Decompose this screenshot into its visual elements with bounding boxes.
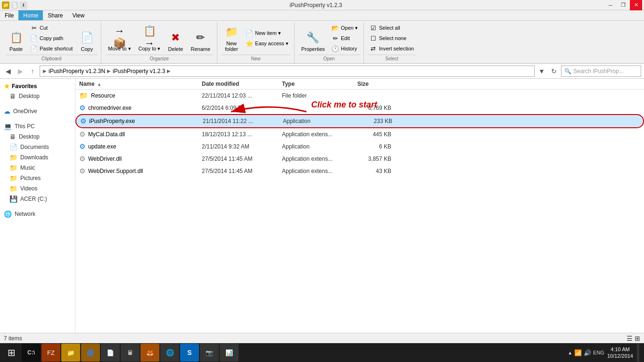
cut-button[interactable]: ✂ Cut — [28, 23, 74, 33]
volume-icon[interactable]: 🔊 — [584, 349, 591, 356]
col-size-header[interactable]: Size — [354, 80, 401, 88]
ipushproperty-date: 21/11/2014 11:22 ... — [199, 117, 279, 125]
forward-button[interactable]: ▶ — [15, 66, 25, 76]
delete-button[interactable]: ✖ Delete — [165, 23, 186, 54]
up-button[interactable]: ↑ — [27, 66, 38, 76]
sidebar-item-pictures[interactable]: 📁 Pictures — [0, 173, 75, 183]
sidebar-item-thispc[interactable]: 💻 This PC — [0, 121, 75, 132]
mycal-size: 445 KB — [354, 130, 401, 139]
taskbar-app11[interactable]: 📊 — [220, 344, 239, 362]
sidebar-item-acer[interactable]: 💾 ACER (C:) — [0, 194, 75, 204]
properties-button[interactable]: 🔧 Properties — [298, 23, 328, 54]
sidebar-item-desktop[interactable]: 🖥 Desktop — [0, 91, 75, 101]
close-button[interactable]: ✕ — [630, 0, 642, 10]
chromedriver-type — [278, 107, 354, 109]
back-button[interactable]: ◀ — [3, 66, 13, 76]
refresh-button[interactable]: ↻ — [549, 66, 559, 76]
taskbar-app4[interactable]: 🌀 — [81, 344, 100, 362]
history-button[interactable]: 🕐 History — [330, 44, 360, 53]
copy-button[interactable]: 📄 Copy — [76, 23, 97, 54]
taskbar-cmd[interactable]: C:\ — [22, 344, 41, 362]
chrome-icon: 🌐 — [166, 349, 174, 356]
sidebar-item-music[interactable]: 📁 Music — [0, 163, 75, 173]
new-folder-button[interactable]: 📁 New folder — [221, 23, 242, 54]
sidebar-item-network[interactable]: 🌐 Network — [0, 209, 75, 219]
copy-path-button[interactable]: 📄 Copy path — [28, 33, 74, 43]
move-to-button[interactable]: →📦 Move to ▾ — [105, 23, 133, 54]
menu-share[interactable]: Share — [43, 10, 67, 20]
restore-button[interactable]: ❐ — [617, 0, 629, 10]
taskbar-app5[interactable]: 📄 — [101, 344, 120, 362]
path-separator-2: ▶ — [167, 68, 171, 74]
path-part-2[interactable]: iPushProperty v1.2.3 — [113, 68, 165, 74]
new-item-icon: 📄 — [246, 29, 253, 37]
taskbar-app10[interactable]: 📷 — [200, 344, 219, 362]
col-date-header[interactable]: Date modified — [198, 80, 278, 88]
file-row-ipushproperty[interactable]: ⚙ iPushProperty.exe 21/11/2014 11:22 ...… — [75, 114, 644, 128]
menu-file[interactable]: File — [0, 10, 18, 20]
taskbar-firefox[interactable]: 🦊 — [140, 344, 159, 362]
file-row-webdriver-support[interactable]: ⚙ WebDriver.Support.dll 27/5/2014 11:45 … — [75, 165, 644, 177]
paste-button[interactable]: 📋 Paste — [6, 23, 26, 54]
sidebar-item-videos[interactable]: 📁 Videos — [0, 183, 75, 194]
copy-to-button[interactable]: 📋→ Copy to ▾ — [136, 23, 164, 54]
menu-home[interactable]: Home — [18, 10, 43, 20]
taskbar-chrome[interactable]: 🌐 — [160, 344, 179, 362]
view-details-icon[interactable]: ☰ — [627, 335, 633, 342]
taskbar-explorer[interactable]: 📁 — [61, 344, 80, 362]
file-row-webdriver[interactable]: ⚙ WebDriver.dll 27/5/2014 11:45 AM Appli… — [75, 153, 644, 165]
network-tray-icon: 📶 — [574, 349, 582, 356]
select-none-button[interactable]: ☐ Select none — [368, 33, 416, 43]
paste-icon: 📋 — [8, 30, 24, 45]
mycal-date: 18/12/2013 12:13 ... — [198, 130, 278, 139]
start-button[interactable]: ⊞ — [2, 344, 21, 362]
history-icon: 🕐 — [331, 45, 339, 52]
properties-icon: 🔧 — [305, 30, 321, 45]
filezilla-icon: FZ — [47, 349, 55, 356]
ipushproperty-size: 233 KB — [355, 117, 402, 125]
search-box[interactable]: 🔍 Search iPushProp... — [561, 66, 641, 77]
webdriver-support-icon: ⚙ — [79, 167, 85, 175]
taskbar-filezilla[interactable]: FZ — [41, 344, 60, 362]
move-to-icon: →📦 — [112, 30, 127, 45]
webdriver-support-date: 27/5/2014 11:45 AM — [198, 167, 278, 175]
sidebar-header-favorites[interactable]: ★ Favorites — [0, 82, 75, 91]
select-all-button[interactable]: ☑ Select all — [368, 23, 416, 33]
file-row-chromedriver[interactable]: ⚙ chromedriver.exe 6/2/2014 6:09 P... 6,… — [75, 102, 644, 114]
webdriver-support-type: Application extens... — [278, 167, 354, 175]
file-row-mycal[interactable]: ⚙ MyCal.Data.dll 18/12/2013 12:13 ... Ap… — [75, 128, 644, 140]
file-row-resource[interactable]: 📁 Resource 22/11/2014 12:03 ... File fol… — [75, 90, 644, 102]
taskbar-calc[interactable]: 🖩 — [121, 344, 140, 362]
taskbar-skype[interactable]: S — [180, 344, 199, 362]
view-large-icon[interactable]: ⊞ — [635, 335, 640, 342]
open-button[interactable]: 📂 Open ▾ — [330, 23, 360, 33]
col-type-header[interactable]: Type — [278, 80, 354, 88]
path-part-1[interactable]: iPushProperty v1.2.3N — [49, 68, 105, 74]
clock[interactable]: 4:10 AM 10/12/2014 — [607, 346, 633, 360]
pictures-icon: 📁 — [9, 174, 17, 182]
new-item-button[interactable]: 📄 New item ▾ — [244, 28, 290, 38]
item-count: 7 items — [4, 335, 22, 342]
sidebar-item-documents[interactable]: 📄 Documents — [0, 142, 75, 152]
dropdown-button[interactable]: ▼ — [537, 66, 547, 76]
edit-button[interactable]: ✏ Edit — [330, 33, 360, 43]
invert-selection-button[interactable]: ⇄ Invert selection — [368, 44, 416, 53]
ribbon: 📋 Paste ✂ Cut 📄 Copy path 📄 — [0, 21, 644, 64]
minimize-button[interactable]: ─ — [604, 0, 617, 10]
paste-shortcut-button[interactable]: 📄 Paste shortcut — [28, 44, 74, 53]
col-name-header[interactable]: Name ▲ — [75, 80, 198, 88]
ipushproperty-icon: ⚙ — [80, 117, 86, 125]
menu-view[interactable]: View — [67, 10, 89, 20]
sidebar-item-downloads[interactable]: 📁 Downloads — [0, 152, 75, 163]
resource-date: 22/11/2014 12:03 ... — [198, 91, 278, 100]
file-row-update[interactable]: ⚙ update.exe 2/11/2014 9:32 AM Applicati… — [75, 140, 644, 153]
sidebar-item-onedrive[interactable]: ☁ OneDrive — [0, 106, 75, 116]
chevron-up-icon[interactable]: ▲ — [568, 350, 572, 355]
app4-icon: 🌀 — [87, 349, 94, 356]
rename-button[interactable]: ✏ Rename — [188, 23, 213, 54]
show-desktop-button[interactable] — [637, 344, 639, 362]
open-icon: 📂 — [331, 24, 339, 32]
path-arrow: ▶ — [43, 68, 47, 74]
sidebar-item-desktop2[interactable]: 🖥 Desktop — [0, 132, 75, 142]
easy-access-button[interactable]: ⭐ Easy access ▾ — [244, 39, 290, 48]
